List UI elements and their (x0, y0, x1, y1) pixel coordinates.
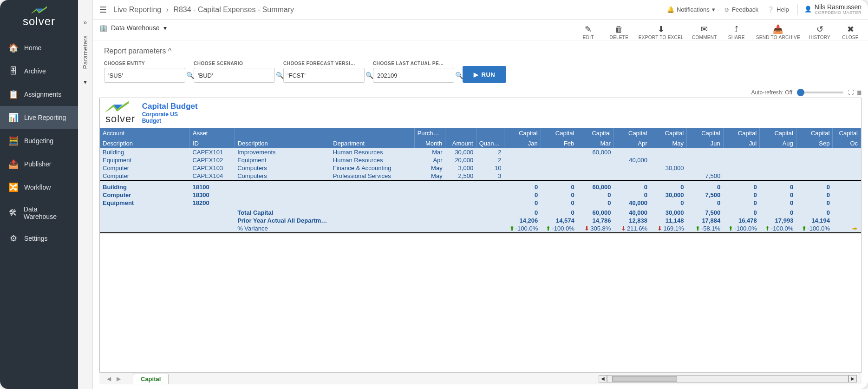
grid-icon[interactable]: ▦ (856, 89, 861, 96)
autorefresh-toggle[interactable] (797, 92, 843, 93)
report-subtitle-2: Budget (142, 118, 198, 124)
edit-button[interactable]: ✎EDIT (577, 24, 600, 40)
param-forecast-input[interactable] (287, 72, 365, 79)
horizontal-scrollbar[interactable] (607, 375, 848, 382)
report-title: Capital Budget (142, 102, 198, 111)
history-button[interactable]: ↺HISTORY (809, 24, 831, 40)
param-last-actual-input[interactable] (377, 72, 455, 79)
autorefresh-row: Auto-refresh: Off ⛶ ▦ (93, 86, 868, 97)
search-icon[interactable]: 🔍 (455, 72, 463, 79)
home-icon: 🏠 (8, 43, 19, 53)
variance-arrow-icon: ⬆ (802, 225, 807, 232)
user-name: Nils Rasmussen (815, 4, 861, 11)
col-header: Purchase (414, 128, 445, 138)
gear-icon: ⚙ (8, 233, 19, 244)
send-archive-button[interactable]: 📥SEND TO ARCHIVE (756, 24, 800, 40)
chevron-down-icon: ▾ (163, 24, 167, 32)
comment-button[interactable]: ✉COMMENT (692, 24, 717, 40)
report-viewer: solver Capital Budget Corporate US Budge… (99, 98, 861, 372)
sidebar-item-publisher[interactable]: 📤Publisher (0, 152, 78, 176)
menu-icon[interactable]: ☰ (99, 5, 107, 15)
table-row: EquipmentCAPEX102EquipmentHuman Resource… (100, 156, 861, 164)
notifications-button[interactable]: 🔔Notifications▾ (667, 6, 715, 13)
solver-mark-icon (31, 6, 47, 15)
table-row: Computer18300000030,0007,500000 (100, 191, 861, 199)
chevron-down-icon: ▾ (712, 6, 715, 13)
col-header (476, 128, 504, 138)
col-header: Month (414, 138, 445, 148)
breadcrumb-current: R834 - Capital Expenses - Summary (173, 6, 294, 13)
expand-rail-button[interactable]: » (84, 19, 87, 26)
close-icon: ✖ (847, 24, 854, 34)
variance-arrow-icon: ⬆ (728, 225, 733, 232)
variance-arrow-icon: ⬆ (546, 225, 551, 232)
breadcrumb: Live Reporting › R834 - Capital Expenses… (113, 6, 667, 14)
col-header: Capital (833, 128, 861, 138)
user-menu[interactable]: 👤 Nils Rasmussen CorpDemo Master (797, 4, 861, 15)
sidebar-item-archive[interactable]: 🗄Archive (0, 59, 78, 83)
col-header: Asset (189, 128, 235, 138)
param-scenario-input[interactable] (198, 72, 276, 79)
col-header: Capital (687, 128, 724, 138)
search-icon[interactable]: 🔍 (365, 72, 373, 79)
sidebar-item-home[interactable]: 🏠Home (0, 36, 78, 59)
archive-icon: 🗄 (8, 66, 19, 76)
sheet-tab-capital[interactable]: Capital (133, 374, 169, 384)
col-header (235, 128, 330, 138)
solver-mark-icon (105, 101, 129, 113)
sidebar-item-workflow[interactable]: 🔀Workflow (0, 176, 78, 199)
datasource-selector[interactable]: 🏢 Data Warehouse ▾ (99, 24, 167, 32)
feedback-button[interactable]: ☺Feedback (724, 6, 758, 13)
user-icon: 👤 (804, 6, 812, 13)
param-entity-input[interactable] (108, 72, 186, 79)
comment-icon: ✉ (701, 24, 708, 34)
datasource-label: Data Warehouse (111, 24, 160, 32)
col-header: May (650, 138, 687, 148)
share-icon: ⤴ (734, 24, 738, 34)
toolbar: 🏢 Data Warehouse ▾ ✎EDIT 🗑DELETE ⬇︎EXPOR… (93, 20, 868, 40)
scroll-right[interactable]: ▶ (848, 375, 857, 382)
run-button[interactable]: ▶RUN (463, 66, 506, 83)
share-button[interactable]: ⤴SHARE (725, 24, 748, 40)
param-label: CHOOSE LAST ACTUAL PE… (373, 61, 454, 66)
col-header: Capital (723, 128, 760, 138)
delete-button[interactable]: 🗑DELETE (608, 24, 630, 40)
smile-icon: ☺ (724, 6, 730, 13)
autorefresh-label: Auto-refresh: Off (751, 89, 792, 96)
report-parameters: Report parameters ^ CHOOSE ENTITY 🔍 CHOO… (93, 40, 868, 86)
col-header: Account (100, 128, 189, 138)
table-row: Building181000060,000000000 (100, 183, 861, 191)
col-header: Mar (577, 138, 614, 148)
sidebar-item-budgeting[interactable]: 🧮Budgeting (0, 129, 78, 152)
filter-icon[interactable]: ▾ (84, 78, 87, 86)
close-button[interactable]: ✖CLOSE (839, 24, 861, 40)
sidebar-item-assignments[interactable]: 📋Assignments (0, 83, 78, 106)
topbar: ☰ Live Reporting › R834 - Capital Expens… (93, 0, 868, 20)
table-row: % Variance⬆-100.0%⬆-100.0%⬇305.8%⬇211.6%… (100, 224, 861, 233)
search-icon[interactable]: 🔍 (186, 72, 194, 79)
col-header: Capital (504, 128, 541, 138)
sidebar-item-label: Archive (24, 67, 46, 75)
col-header: Capital (577, 128, 614, 138)
help-button[interactable]: ❔Help (767, 6, 789, 13)
param-forecast: CHOOSE FORECAST VERSI… 🔍 (283, 61, 365, 83)
fullscreen-icon[interactable]: ⛶ (848, 89, 854, 96)
sheet-next[interactable]: ▶ (114, 376, 124, 382)
sidebar-item-live-reporting[interactable]: 📊Live Reporting (0, 106, 78, 129)
sidebar-item-settings[interactable]: ⚙Settings (0, 227, 78, 250)
export-excel-button[interactable]: ⬇︎EXPORT TO EXCEL (639, 24, 684, 40)
col-header: Amount (445, 138, 476, 148)
breadcrumb-root[interactable]: Live Reporting (113, 6, 161, 13)
col-header: Description (100, 138, 189, 148)
col-header: Capital (541, 128, 577, 138)
col-header: Description (235, 138, 330, 148)
param-last-actual: CHOOSE LAST ACTUAL PE… 🔍 (373, 61, 454, 83)
workflow-icon: 🔀 (8, 182, 19, 192)
search-icon[interactable]: 🔍 (276, 72, 284, 79)
sidebar-item-data-warehouse[interactable]: 🛠Data Warehouse (0, 199, 78, 227)
sheet-prev[interactable]: ◀ (104, 376, 114, 382)
col-header (445, 128, 476, 138)
params-toggle[interactable]: Report parameters ^ (104, 47, 857, 55)
scroll-left[interactable]: ◀ (599, 375, 607, 382)
database-icon: 🏢 (99, 24, 107, 32)
